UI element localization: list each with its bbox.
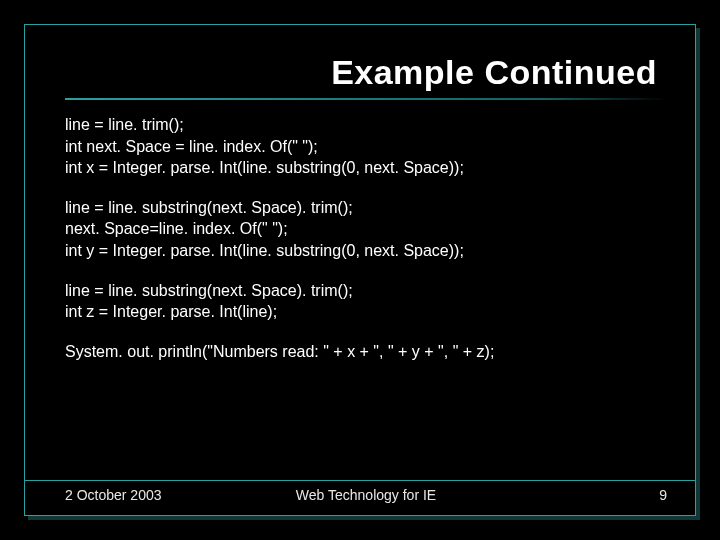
code-block-3: line = line. substring(next. Space). tri…: [65, 280, 667, 323]
footer: 2 October 2003 Web Technology for IE 9: [65, 481, 667, 503]
slide: Example Continued line = line. trim(); i…: [24, 24, 696, 516]
footer-course: Web Technology for IE: [65, 487, 667, 503]
page-title: Example Continued: [65, 53, 667, 92]
code-block-2: line = line. substring(next. Space). tri…: [65, 197, 667, 262]
code-block-1: line = line. trim(); int next. Space = l…: [65, 114, 667, 179]
code-block-4: System. out. println("Numbers read: " + …: [65, 341, 667, 363]
title-rule: [65, 98, 667, 100]
slide-content: line = line. trim(); int next. Space = l…: [65, 114, 667, 480]
footer-page-number: 9: [659, 487, 667, 503]
